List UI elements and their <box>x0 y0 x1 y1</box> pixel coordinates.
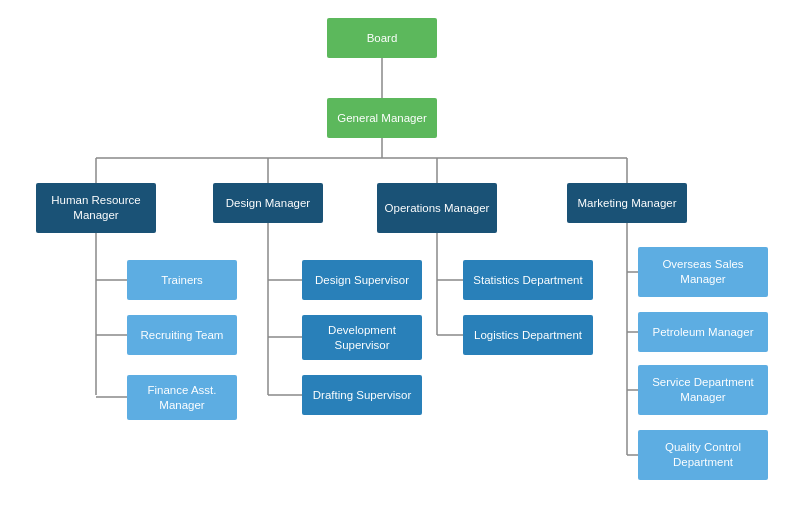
operations-manager-node: Operations Manager <box>377 183 497 233</box>
finance-asst-node: Finance Asst. Manager <box>127 375 237 420</box>
drafting-supervisor-node: Drafting Supervisor <box>302 375 422 415</box>
statistics-dept-node: Statistics Department <box>463 260 593 300</box>
hr-manager-node: Human Resource Manager <box>36 183 156 233</box>
overseas-sales-node: Overseas Sales Manager <box>638 247 768 297</box>
development-supervisor-node: Development Supervisor <box>302 315 422 360</box>
design-manager-node: Design Manager <box>213 183 323 223</box>
org-chart: BoardGeneral ManagerHuman Resource Manag… <box>0 0 804 526</box>
service-dept-node: Service Department Manager <box>638 365 768 415</box>
logistics-dept-node: Logistics Department <box>463 315 593 355</box>
trainers-node: Trainers <box>127 260 237 300</box>
recruiting-team-node: Recruiting Team <box>127 315 237 355</box>
design-supervisor-node: Design Supervisor <box>302 260 422 300</box>
board-node: Board <box>327 18 437 58</box>
petroleum-manager-node: Petroleum Manager <box>638 312 768 352</box>
general-manager-node: General Manager <box>327 98 437 138</box>
marketing-manager-node: Marketing Manager <box>567 183 687 223</box>
quality-control-node: Quality Control Department <box>638 430 768 480</box>
